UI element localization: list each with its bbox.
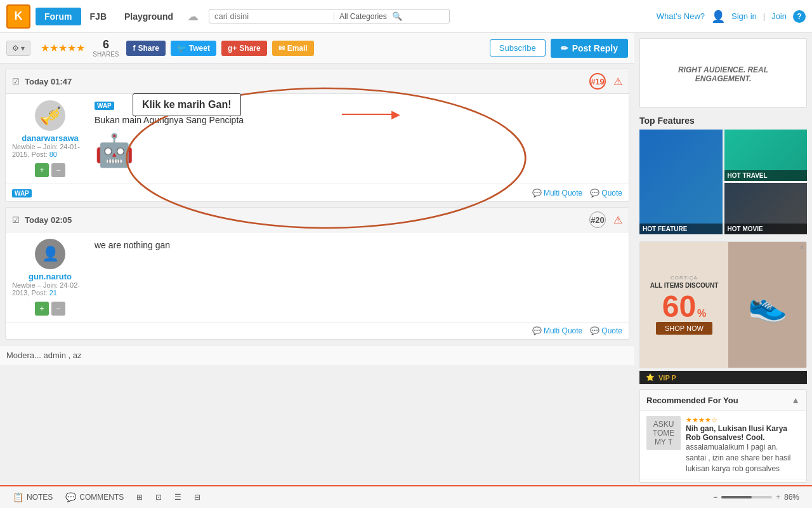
post-20-body: 👤 gun.naruto Newbie – Join: 24-02-2013, … [6, 232, 629, 322]
features-grid: HOT FEATURE HOT TRAVEL HOT MOVIE HOT GAM… [639, 130, 807, 236]
post-20-vote-down[interactable]: − [51, 302, 65, 316]
share-google-button[interactable]: g+ Share [221, 41, 267, 56]
rec-item-title: Nih gan, Lukisan Ilusi Karya Rob Gonsalv… [686, 424, 800, 442]
post-20-quote-link[interactable]: 💬 Quote [590, 326, 622, 335]
four-squares-icon: ⊡ [155, 493, 162, 502]
post-20-checkbox-icon: ☑ [12, 215, 20, 225]
view-icon-2[interactable]: ⊡ [155, 493, 162, 502]
post-reply-button[interactable]: ✏ Post Reply [551, 39, 628, 58]
view-icon-3[interactable]: ☰ [174, 493, 181, 502]
feature-hot-feature[interactable]: HOT FEATURE [639, 130, 723, 234]
post-19-number[interactable]: #19 [589, 73, 606, 90]
post-19-username[interactable]: danarwarsawa [22, 133, 79, 143]
zoom-slider-fill [721, 496, 752, 498]
post-19: Klik ke marih Gan! ▶ ☑ Today 01:47 #19 ⚠ [5, 69, 629, 202]
quote-icon-2: 💬 [590, 189, 599, 197]
post-warn-icon: ⚠ [613, 76, 622, 88]
help-button[interactable]: ? [793, 10, 806, 23]
post-checkbox-icon: ☑ [12, 77, 20, 86]
post-20-quote-row: 💬 Multi Quote 💬 Quote [6, 322, 629, 339]
zoom-slider[interactable] [721, 496, 772, 498]
post-19-avatar: 🎺 [35, 100, 65, 131]
post-20-multi-quote-link[interactable]: 💬 Multi Quote [532, 326, 582, 335]
rating-stars: ★★★★★ [41, 42, 85, 54]
moderator-area: Modera... admin , az [0, 345, 634, 365]
post-19-header: ☑ Today 01:47 #19 ⚠ [6, 69, 629, 94]
list-icon: ☰ [174, 493, 181, 502]
ad2-shop-button[interactable]: SHOP NOW [656, 322, 712, 335]
nav-playground[interactable]: Playground [115, 8, 182, 25]
recommended-header: Recommended For You ▲ [640, 390, 806, 411]
share-email-button[interactable]: ✉ Email [272, 41, 314, 56]
ad-close-button[interactable]: ✕ [799, 244, 804, 251]
comments-item[interactable]: 💬 COMMENTS [65, 492, 124, 502]
post-19-quote-row: WAP 💬 Multi Quote 💬 Quote [6, 184, 629, 201]
email-icon: ✉ [278, 44, 285, 53]
cloud-icon[interactable]: ☁ [187, 10, 199, 23]
rec-item-content: ★★★★☆ Nih gan, Lukisan Ilusi Karya Rob G… [686, 416, 800, 474]
bottom-bar: 📋 NOTES 💬 COMMENTS ⊞ ⊡ ☰ ⊟ − + 86% [0, 485, 812, 508]
post-19-user-meta: Newbie – Join: 24-01-2015, Post: 80 [12, 143, 88, 158]
site-logo[interactable]: K [6, 4, 30, 29]
whats-new-link[interactable]: What's New? [657, 11, 705, 21]
wap-badge-bottom: WAP [12, 189, 32, 197]
post-20-number[interactable]: #20 [589, 211, 606, 228]
recommended-collapse-button[interactable]: ▲ [791, 395, 800, 405]
vote-down-button[interactable]: − [51, 163, 65, 177]
vip-banner[interactable]: ⭐ VIP P [639, 371, 807, 384]
join-link[interactable]: Join [771, 11, 787, 21]
post-19-emoji: 🤖 [95, 132, 616, 169]
search-input[interactable] [214, 11, 329, 21]
post-20-author-col: 👤 gun.naruto Newbie – Join: 24-02-2013, … [12, 239, 88, 316]
view-icon-4[interactable]: ⊟ [194, 493, 200, 502]
posts-area: Klik ke marih Gan! ▶ ☑ Today 01:47 #19 ⚠ [0, 69, 634, 365]
share-facebook-button[interactable]: f Share [126, 41, 165, 56]
multi-quote-link[interactable]: 💬 Multi Quote [532, 189, 582, 197]
notes-icon: 📋 [13, 492, 23, 502]
ad2-off: % [697, 308, 706, 319]
post-20-username[interactable]: gun.naruto [29, 272, 72, 281]
zoom-out-button[interactable]: − [713, 493, 717, 502]
columns-icon: ⊟ [194, 493, 200, 502]
quote-link[interactable]: 💬 Quote [590, 189, 622, 197]
post-20-user-meta: Newbie – Join: 24-02-2013, Post: 21 [12, 281, 88, 297]
search-icon[interactable]: 🔍 [392, 11, 402, 21]
rec-thumb-icon: ASKUTOMEMY T [652, 418, 676, 448]
feature-label-3: HOT MOVIE [724, 224, 808, 234]
post-20-post-count[interactable]: 21 [49, 289, 57, 297]
share-twitter-button[interactable]: 🐦 Tweet [171, 41, 216, 56]
user-icon: 👤 [711, 10, 725, 23]
recommended-item-1[interactable]: ASKUTOMEMY T ★★★★☆ Nih gan, Lukisan Ilus… [640, 411, 806, 479]
post-19-vote-btns: + − [35, 163, 65, 177]
view-icon-1[interactable]: ⊞ [136, 493, 143, 502]
notes-item[interactable]: 📋 NOTES [13, 492, 53, 502]
post-19-post-count[interactable]: 80 [49, 150, 57, 158]
gear-button[interactable]: ⚙ ▾ [6, 41, 30, 56]
nav-forum[interactable]: Forum [36, 8, 81, 25]
post-20-content: we are nothing gan [88, 239, 622, 316]
ad-banner-2: CORTIÇA ALL ITEMS DISCOUNT 60 % SHOP NOW… [639, 241, 807, 368]
vote-up-button[interactable]: + [35, 163, 49, 177]
rec-thumb-1: ASKUTOMEMY T [646, 416, 681, 450]
notes-label: NOTES [27, 493, 53, 502]
shoe-icon: 👟 [748, 286, 787, 323]
post-20-avatar: 👤 [35, 239, 65, 269]
comments-icon: 💬 [65, 492, 76, 502]
post-19-body: 🎺 danarwarsawa Newbie – Join: 24-01-2015… [6, 94, 629, 184]
post-20-header: ☑ Today 02:05 #20 ⚠ [6, 208, 629, 232]
nav-fjb[interactable]: FJB [81, 8, 115, 25]
subscribe-button[interactable]: Subscribe [490, 39, 546, 57]
sign-in-link[interactable]: Sign in [731, 11, 757, 21]
feature-hot-movie[interactable]: HOT MOVIE [724, 183, 808, 234]
shares-counter: 6 SHARES [93, 38, 119, 58]
post-20-vote-btns: + − [35, 302, 65, 316]
zoom-controls: − + 86% [713, 493, 799, 502]
zoom-in-button[interactable]: + [776, 493, 780, 502]
moderator-label: Modera... [6, 351, 41, 360]
quote-icon-4: 💬 [590, 326, 599, 335]
search-category[interactable]: All Categories [334, 12, 387, 21]
feature-hot-travel[interactable]: HOT TRAVEL [724, 130, 808, 181]
post-20-text: we are nothing gan [95, 239, 616, 252]
quote-icon-3: 💬 [532, 326, 542, 335]
post-20-vote-up[interactable]: + [35, 302, 49, 316]
